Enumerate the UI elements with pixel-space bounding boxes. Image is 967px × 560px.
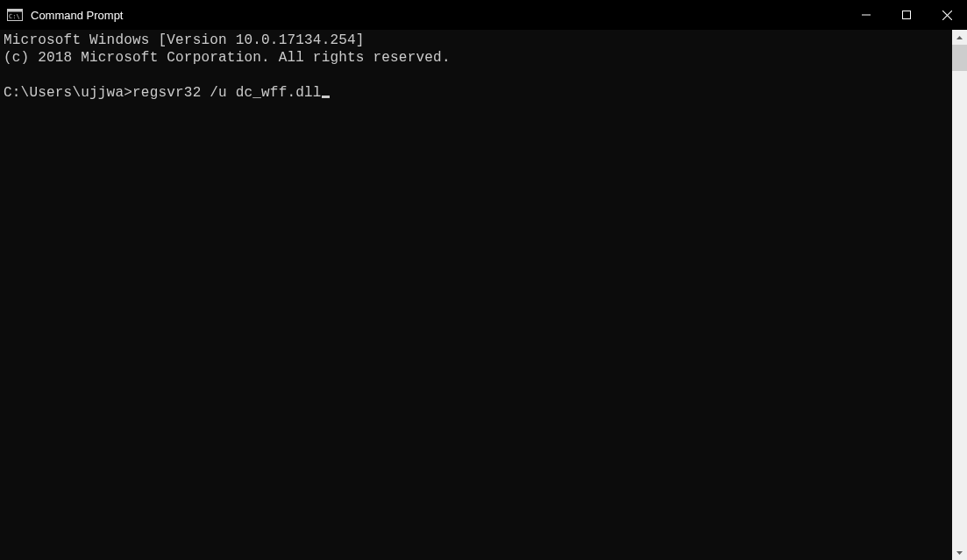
scroll-track[interactable] <box>952 45 967 545</box>
vertical-scrollbar[interactable] <box>952 30 967 560</box>
titlebar[interactable]: C:\ Command Prompt <box>0 0 967 30</box>
svg-rect-1 <box>8 10 23 12</box>
content-row: Microsoft Windows [Version 10.0.17134.25… <box>0 30 967 560</box>
scroll-down-button[interactable] <box>952 545 967 560</box>
minimize-button[interactable] <box>846 0 886 30</box>
svg-marker-8 <box>956 551 963 555</box>
cmd-icon: C:\ <box>6 8 24 22</box>
terminal-prompt-line: C:\Users\ujjwa>regsvr32 /u dc_wff.dll <box>4 85 330 101</box>
command-prompt-window: C:\ Command Prompt Microsoft Windows [Ve… <box>0 0 967 560</box>
window-title: Command Prompt <box>31 9 846 22</box>
text-cursor <box>322 96 330 98</box>
window-controls <box>846 0 967 30</box>
prompt-text: C:\Users\ujjwa> <box>4 85 132 101</box>
terminal-line: Microsoft Windows [Version 10.0.17134.25… <box>4 32 365 48</box>
scroll-up-button[interactable] <box>952 30 967 45</box>
terminal-area[interactable]: Microsoft Windows [Version 10.0.17134.25… <box>0 30 952 560</box>
close-button[interactable] <box>927 0 967 30</box>
svg-rect-4 <box>903 11 911 19</box>
terminal-line: (c) 2018 Microsoft Corporation. All righ… <box>4 50 451 66</box>
svg-text:C:\: C:\ <box>9 13 20 20</box>
scroll-thumb[interactable] <box>952 45 967 71</box>
command-text: regsvr32 /u dc_wff.dll <box>132 85 322 101</box>
svg-marker-7 <box>956 36 963 39</box>
maximize-button[interactable] <box>886 0 927 30</box>
